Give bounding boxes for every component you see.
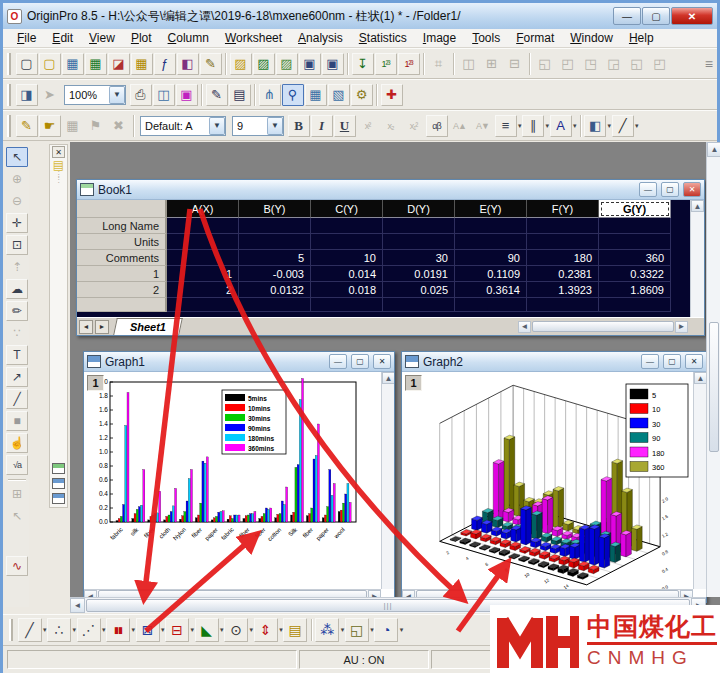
workspace-vertical-scrollbar[interactable]: ▲ — [706, 142, 720, 597]
annotation-pencil[interactable]: ✎ — [16, 115, 38, 137]
polar-plot[interactable]: ⊙ — [224, 618, 248, 642]
duplicate-window[interactable]: ◨ — [16, 84, 38, 106]
data-cell[interactable]: 360 — [599, 250, 671, 266]
graph2-window[interactable]: Graph2 — ▢ ✕ 1 24681012140.00.40.81.21.6… — [401, 351, 707, 603]
font-combobox[interactable]: Default: A▼ — [140, 116, 226, 136]
maximize-button[interactable]: ▢ — [642, 7, 670, 25]
3d-pie-chart[interactable]: ◔ — [374, 618, 398, 642]
graph1-mini-icon[interactable] — [52, 478, 65, 489]
column-header-g[interactable]: G(Y) — [599, 200, 671, 218]
data-cell[interactable] — [311, 218, 383, 234]
zoom-combobox-dropdown-button[interactable]: ▼ — [109, 86, 125, 104]
menu-format[interactable]: Format — [508, 30, 562, 46]
import-wizard[interactable]: ↧ — [352, 53, 374, 75]
fill-area-plot[interactable]: ◣ — [195, 618, 219, 642]
data-cell[interactable] — [239, 234, 311, 250]
graph2-layer-button[interactable]: 1 — [405, 375, 422, 391]
book1-close-button[interactable]: ✕ — [683, 182, 701, 197]
menu-analysis[interactable]: Analysis — [290, 30, 351, 46]
equation-tool[interactable]: √a — [6, 455, 28, 475]
draw-data-tool[interactable]: ✏ — [6, 301, 28, 321]
row-header[interactable]: Units — [77, 234, 167, 250]
graph-enlarger-tool[interactable]: ∿ — [6, 556, 28, 576]
data-cell[interactable] — [383, 234, 455, 250]
distribute-dropdown[interactable]: ∥ — [522, 115, 544, 137]
pointer-tool[interactable]: ↖ — [6, 147, 28, 167]
font-color-dropdown-caret[interactable]: ▾ — [573, 122, 577, 130]
text-tool[interactable]: T — [6, 345, 28, 365]
new-workbook[interactable]: ▦ — [62, 53, 84, 75]
3d-surface-plot[interactable]: ◱ — [345, 618, 369, 642]
data-cell[interactable]: 0.2381 — [527, 266, 599, 282]
data-cell[interactable]: 0.1109 — [455, 266, 527, 282]
data-cell[interactable] — [167, 250, 239, 266]
open-excel[interactable]: ▨ — [253, 53, 275, 75]
menu-column[interactable]: Column — [160, 30, 217, 46]
menu-help[interactable]: Help — [621, 30, 662, 46]
graph1-page[interactable]: 1 0.00.20.40.60.81.01.21.41.61.82.0fabri… — [84, 372, 394, 602]
data-cell[interactable] — [167, 218, 239, 234]
data-cell[interactable] — [527, 234, 599, 250]
new-script-window[interactable]: ✎ — [206, 84, 228, 106]
view-windows[interactable]: ⚲ — [282, 84, 304, 106]
add-new-columns[interactable]: ✚ — [381, 84, 403, 106]
menu-file[interactable]: File — [9, 30, 44, 46]
book1-vertical-scrollbar[interactable]: ▲ — [690, 200, 704, 317]
book1-restore-button[interactable]: ▢ — [661, 182, 679, 197]
title-bar[interactable]: O OriginPro 8.5 - H:\公众号\编辑之谭\2019-6-18\… — [3, 3, 717, 29]
project-explorer-close-button[interactable]: ✕ — [52, 146, 65, 158]
screen-reader-tool[interactable]: ✛ — [6, 213, 28, 233]
menu-tools[interactable]: Tools — [464, 30, 508, 46]
data-cell[interactable]: 0.0191 — [383, 266, 455, 282]
menu-window[interactable]: Window — [562, 30, 621, 46]
template-library[interactable]: ▤ — [283, 618, 307, 642]
row-header[interactable]: 1 — [77, 266, 167, 282]
bold[interactable]: B — [288, 115, 310, 137]
menu-statistics[interactable]: Statistics — [351, 30, 415, 46]
import-single-ascii[interactable]: 1²³ — [375, 53, 397, 75]
new-function[interactable]: ƒ — [154, 53, 176, 75]
data-cell[interactable]: 0.3614 — [455, 282, 527, 298]
data-cell[interactable] — [383, 218, 455, 234]
import-multiple-ascii[interactable]: 1²³ — [398, 53, 420, 75]
column-header-a[interactable]: A(X) — [167, 200, 239, 218]
stock-chart[interactable]: ⇕ — [254, 618, 278, 642]
project-explorer-toggle[interactable]: ⋔ — [259, 84, 281, 106]
line-tool[interactable]: ╱ — [6, 389, 28, 409]
graph2-mini-icon[interactable] — [52, 493, 65, 504]
3d-scatter-plot[interactable]: ⁂ — [315, 618, 339, 642]
data-cell[interactable] — [527, 218, 599, 234]
greek[interactable]: αβ — [426, 115, 448, 137]
book1-window[interactable]: Book1 — ▢ ✕ A(X)B(Y)C(Y)D(Y)E(Y)F(Y)G(Y)… — [76, 179, 705, 336]
graph2-close-button[interactable]: ✕ — [685, 354, 703, 369]
print-preview[interactable]: ◫ — [153, 84, 175, 106]
arrow-tool[interactable]: ↗ — [6, 367, 28, 387]
row-header[interactable]: Long Name — [77, 218, 167, 234]
menu-edit[interactable]: Edit — [44, 30, 81, 46]
data-cell[interactable]: 1 — [167, 266, 239, 282]
new-graph[interactable]: ◪ — [108, 53, 130, 75]
annotation-hand[interactable]: ☛ — [39, 115, 61, 137]
menu-view[interactable]: View — [81, 30, 123, 46]
data-cell[interactable]: 30 — [383, 250, 455, 266]
code-builder[interactable]: ⚙ — [351, 84, 373, 106]
column-header-e[interactable]: E(Y) — [455, 200, 527, 218]
data-cell[interactable]: 5 — [239, 250, 311, 266]
book1-mini-icon[interactable] — [52, 463, 65, 474]
sheet-next-button[interactable]: ► — [95, 320, 109, 334]
font-size-combobox[interactable]: 9▼ — [232, 116, 284, 136]
line-plot[interactable]: ╱ — [18, 618, 42, 642]
row-header[interactable]: 2 — [77, 282, 167, 298]
pan-tool[interactable]: ☝ — [6, 433, 28, 453]
font-size-combobox-dropdown-button[interactable]: ▼ — [267, 117, 283, 135]
book1-minimize-button[interactable]: — — [639, 182, 657, 197]
zoom-combobox[interactable]: 100%▼ — [64, 85, 126, 105]
graph2-minimize-button[interactable]: — — [641, 354, 659, 369]
italic[interactable]: I — [311, 115, 333, 137]
minimize-button[interactable]: — — [613, 7, 641, 25]
save-project[interactable]: ▣ — [299, 53, 321, 75]
toolbar-handle[interactable]: ≡ — [705, 56, 713, 72]
line-color-dropdown-caret[interactable]: ▾ — [635, 122, 639, 130]
data-cell[interactable]: 0.018 — [311, 282, 383, 298]
data-cell[interactable]: 180 — [527, 250, 599, 266]
